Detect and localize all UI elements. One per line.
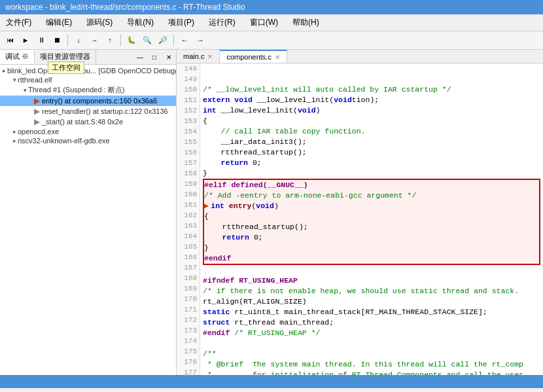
line-numbers: 1481491501511521531541551561571581591601… [177,63,200,375]
line-num-148: 148 [179,63,197,74]
code-editor[interactable]: 1481491501511521531541551561571581591601… [177,63,543,375]
code-line-158: /* Add -eentry to arm-none-eabi-gcc argu… [203,190,540,201]
code-token: void [298,105,316,116]
code-token: ( [251,201,256,211]
tab-main-c[interactable]: main.c ✕ [177,50,220,62]
tree-item-blink-led[interactable]: ▸ blink_led.OpenOCD.Debu... [GDB OpenOCD… [0,66,176,75]
tree-item-rtthread[interactable]: ▾ rtthread.elf [0,75,176,84]
toolbar-btn-5[interactable]: 🐛 [124,33,139,48]
code-line-174: * @brief The system main thread. In this… [203,359,540,370]
code-line-164: #endif [203,253,540,265]
code-token: rt_align(RT_ALIGN_SIZE) [203,296,307,307]
code-content: 1481491501511521531541551561571581591601… [177,63,543,375]
code-line-156: } [203,168,540,179]
code-line-163: } [203,243,540,253]
workspace-tooltip: 工作空间 [48,62,84,74]
code-token: tion); [352,95,379,105]
line-num-165: 165 [179,241,197,252]
code-token: { [203,116,207,126]
code-token: rt_uint8_t main_thread_stack[RT_MAIN_THR… [230,307,487,317]
current-line-arrow-159: ▶ [204,201,209,211]
line-num-159: 159 [179,179,197,189]
code-token: * for initialization of RT-Thread Compon… [203,370,523,375]
code-token: /* RT_USING_HEAP */ [230,328,320,338]
code-line-168: rt_align(RT_ALIGN_SIZE) [203,296,540,307]
toolbar-btn-1[interactable]: ⏮ [3,33,17,48]
code-token: rt_thread main_thread; [230,317,334,328]
code-line-162: return 0; [203,232,540,243]
tree-item-start[interactable]: ▶ _start() at start.S:48 0x2e [0,116,176,127]
minimize-panel-btn[interactable]: — [133,50,147,64]
code-line-159: ▶int entry(void) [203,201,540,211]
tree-item-entry[interactable]: ▶ entry() at components.c:160 0x36a6 [0,96,176,106]
line-num-157: 157 [179,158,197,168]
tree-label-blink: blink_led.OpenOCD.Debu... [GDB OpenOCD D… [7,67,176,75]
close-panel-btn[interactable]: ✕ [162,50,176,64]
menu-item-窗口(W)[interactable]: 窗口(W) [247,16,281,29]
tab-main-c-close[interactable]: ✕ [207,53,213,60]
step-out-btn[interactable]: ↑ [103,33,117,48]
code-line-165 [203,265,540,276]
toolbar-sep-1 [67,35,68,46]
project-explorer-tab[interactable]: 项目资源管理器 工作空间 [35,50,96,64]
code-token: /* if there is not enable heap, we shoul… [203,286,519,296]
line-num-169: 169 [179,283,197,294]
menu-item-帮助(H)[interactable]: 帮助(H) [289,16,323,29]
line-num-172: 172 [179,315,197,325]
menu-item-源码(S)[interactable]: 源码(S) [83,16,116,29]
titlebar: workspace - blink_led/rt-thread/src/comp… [0,0,543,14]
menu-item-导航(N)[interactable]: 导航(N) [124,16,157,29]
code-line-161: rtthread_startup(); [203,222,540,232]
toolbar: ⏮ ▶ ⏸ ⏹ ↓ → ↑ 🐛 🔍 🔎 ← → [0,31,543,50]
line-num-154: 154 [179,126,197,137]
menu-item-运行(R)[interactable]: 运行(R) [205,16,239,29]
toolbar-btn-2[interactable]: ▶ [18,33,33,48]
tab-components-c[interactable]: components.c ✕ [220,50,287,63]
code-token: /* __low_level_init will auto called by … [203,84,451,95]
code-line-150: int __low_level_init(void) [203,105,540,116]
toolbar-btn-4[interactable]: ⏹ [50,33,64,48]
current-frame-arrow: ▶ [34,96,40,105]
tree-item-thread1[interactable]: ▾ Thread #1 (Suspended : 断点) [0,84,176,96]
line-num-152: 152 [179,105,197,116]
line-num-161: 161 [179,200,197,210]
editor-tabs: main.c ✕ components.c ✕ [177,50,543,63]
maximize-panel-btn[interactable]: □ [147,50,162,64]
code-token: /** [203,349,217,359]
code-token: void [334,95,352,105]
toolbar-btn-3[interactable]: ⏸ [34,33,48,48]
menu-item-项目(P)[interactable]: 项目(P) [165,16,198,29]
line-num-151: 151 [179,95,197,105]
code-token: } [204,243,209,253]
code-token: struct [203,317,230,328]
toolbar-btn-9[interactable]: → [193,33,207,48]
code-token: return [204,232,249,243]
tree-arrow-gdb: ▸ [13,137,16,144]
code-line-151: { [203,116,540,126]
tree-item-reset-handler[interactable]: ▶ reset_handler() at startup.c:122 0x313… [0,106,176,116]
tree-item-gdb[interactable]: ▸ riscv32-unknown-elf-gdb.exe [0,136,176,145]
title-text: workspace - blink_led/rt-thread/src/comp… [5,3,245,12]
tree-arrow-thread1: ▾ [24,87,27,94]
toolbar-sep-3 [173,35,174,46]
toolbar-btn-7[interactable]: 🔎 [156,33,170,48]
code-token [230,95,234,105]
line-num-150: 150 [179,84,197,95]
code-line-152: // call IAR table copy function. [203,126,540,137]
code-line-169: static rt_uint8_t main_thread_stack[RT_M… [203,307,540,317]
code-line-166: #ifndef RT_USING_HEAP [203,276,540,286]
step-into-btn[interactable]: ↓ [71,33,86,48]
tree-item-openocd[interactable]: ▸ openocd.exe [0,127,176,136]
menu-item-编辑(E)[interactable]: 编辑(E) [43,16,75,29]
code-token [203,126,221,137]
toolbar-btn-6[interactable]: 🔍 [140,33,154,48]
step-over-btn[interactable]: → [87,33,101,48]
tree-label-openocd: openocd.exe [18,128,59,135]
tree-label-start: _start() at start.S:48 0x2e [42,118,123,126]
menu-item-文件(F)[interactable]: 文件(F) [3,16,35,29]
toolbar-btn-8[interactable]: ← [177,33,192,48]
tab-components-c-close[interactable]: ✕ [275,54,280,61]
debug-tab[interactable]: 调试 ※ [0,50,35,64]
line-num-163: 163 [179,221,197,231]
tree-arrow-openocd: ▸ [13,128,16,135]
